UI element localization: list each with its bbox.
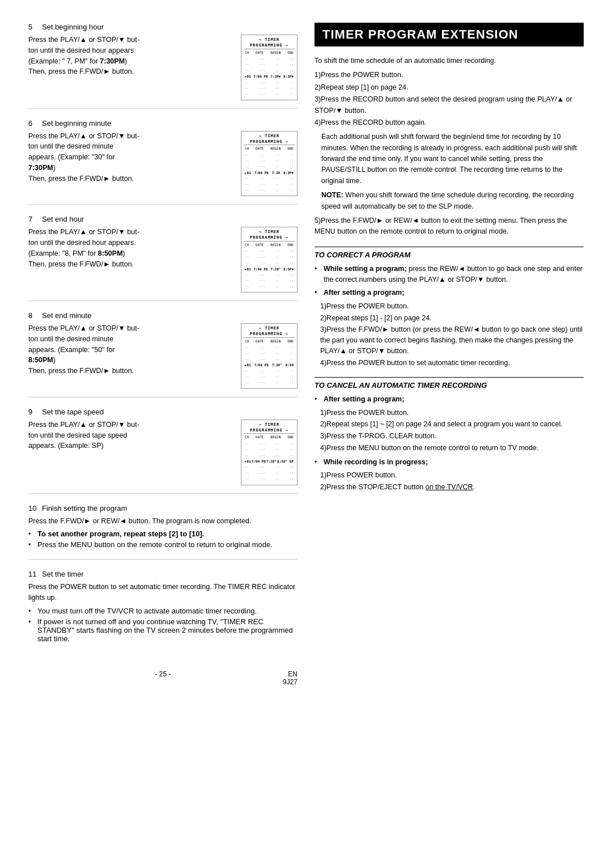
step6-timer-display: — TIMER PROGRAMMING — CHDATEBEGINEND ···…: [241, 131, 298, 197]
page-container: 5 Set beginning hour Press the PLAY/▲ or…: [28, 23, 584, 686]
step7-title: Set end hour: [42, 215, 84, 223]
cancel-while-recording: • While recording is in progress;: [314, 457, 584, 468]
cancel-step3: 3)Press the T-PROG. CLEAR button.: [320, 431, 584, 442]
step9-number: 9: [28, 408, 37, 416]
step10-text: Press the F.FWD/► or REW/◄ button. The p…: [28, 516, 298, 527]
cancel-timer-title: TO CANCEL AN AUTOMATIC TIMER RECORDING: [314, 377, 584, 389]
cancel-step1: 1)Press the POWER button.: [320, 408, 584, 418]
correct-program-content: • While setting a program; press the REW…: [314, 264, 584, 369]
step9-timer-display: — TIMER PROGRAMMING — CHDATEBEGINEND ···…: [241, 420, 298, 485]
page-footer: - 25 - EN 9J27: [28, 670, 298, 686]
section-step10: 10 Finish setting the program Press the …: [28, 504, 298, 560]
step11-number: 11: [28, 570, 37, 578]
step7-number: 7: [28, 215, 37, 223]
step9-text: Press the PLAY/▲ or STOP/▼ but- ton unti…: [28, 420, 234, 451]
cancel-timer-content: • After setting a program; 1)Press the P…: [314, 394, 584, 492]
correct-step2: 2)Repeat steps [1] - [2] on page 24.: [320, 313, 584, 324]
correct-step3: 3)Press the F.FWD/► button (or press the…: [320, 324, 584, 356]
cancel-after-setting: • After setting a program;: [314, 394, 584, 405]
step6-text: Press the PLAY/▲ or STOP/▼ but- ton unti…: [28, 131, 234, 184]
right-column: TIMER PROGRAM EXTENSION To shift the tim…: [314, 23, 584, 686]
step6-number: 6: [28, 119, 37, 128]
code-label: 9J27: [283, 678, 298, 686]
step11-title: Set the timer: [42, 570, 84, 578]
left-column: 5 Set beginning hour Press the PLAY/▲ or…: [28, 23, 298, 686]
step8-title: Set end minute: [42, 311, 91, 320]
lang-label: EN: [288, 670, 298, 678]
step10-bullet1: • To set another program, repeat steps […: [28, 530, 298, 538]
step10-number: 10: [28, 504, 37, 513]
correct-while-setting: • While setting a program; press the REW…: [314, 264, 584, 286]
section-step6: 6 Set beginning minute Press the PLAY/▲ …: [28, 119, 298, 205]
cancel-step4: 4)Press the MENU button on the remote co…: [320, 443, 584, 454]
correct-step1: 1)Press the POWER button.: [320, 301, 584, 312]
step8-number: 8: [28, 311, 37, 320]
section-step8: 8 Set end minute Press the PLAY/▲ or STO…: [28, 311, 298, 397]
correct-program-title: TO CORRECT A PROGRAM: [314, 247, 584, 259]
step11-bullet1: • You must turn off the TV/VCR to activa…: [28, 607, 298, 615]
step8-timer-display: — TIMER PROGRAMMING — CHDATEBEGINEND ···…: [241, 323, 298, 389]
cancel-rec-step2: 2)Press the STOP/EJECT button on the TV/…: [320, 482, 584, 493]
step5-text: Press the PLAY/▲ or STOP/▼ but- ton unti…: [28, 35, 234, 77]
step10-bullet2: • Press the MENU button on the remote co…: [28, 540, 298, 549]
step11-text: Press the POWER button to set automatic …: [28, 582, 298, 603]
cancel-rec-step1: 1)Press POWER button.: [320, 470, 584, 481]
step8-text: Press the PLAY/▲ or STOP/▼ but- ton unti…: [28, 323, 234, 376]
right-title: TIMER PROGRAM EXTENSION: [314, 23, 584, 46]
step10-title: Finish setting the program: [42, 504, 127, 513]
step5-number: 5: [28, 23, 37, 31]
section-step9: 9 Set the tape speed Press the PLAY/▲ or…: [28, 408, 298, 494]
cancel-timer-section: TO CANCEL AN AUTOMATIC TIMER RECORDING •…: [314, 377, 584, 492]
section-step11: 11 Set the timer Press the POWER button …: [28, 570, 298, 653]
cancel-step2: 2)Repeat steps [1] ~ [2] on page 24 and …: [320, 419, 584, 430]
page-number: - 25 -: [118, 670, 207, 686]
timer-extension-intro: To shift the time schedule of an automat…: [314, 56, 584, 238]
correct-program-section: TO CORRECT A PROGRAM • While setting a p…: [314, 247, 584, 369]
section-step7: 7 Set end hour Press the PLAY/▲ or STOP/…: [28, 215, 298, 301]
step5-timer-display: — TIMER PROGRAMMING — CHDATEBEGINEND ···…: [241, 35, 298, 100]
intro-text: To shift the time schedule of an automat…: [314, 56, 584, 238]
correct-after-setting: • After setting a program;: [314, 287, 584, 298]
step7-text: Press the PLAY/▲ or STOP/▼ but- ton unti…: [28, 227, 234, 269]
step9-title: Set the tape speed: [42, 408, 104, 416]
step6-title: Set beginning minute: [42, 119, 111, 128]
section-step5: 5 Set beginning hour Press the PLAY/▲ or…: [28, 23, 298, 109]
correct-step4: 4)Press the POWER button to set automati…: [320, 358, 584, 369]
step5-title: Set beginning hour: [42, 23, 104, 31]
step7-timer-display: — TIMER PROGRAMMING — CHDATEBEGINEND ···…: [241, 227, 298, 293]
step11-bullet2: • If power is not turned off and you con…: [28, 617, 298, 643]
